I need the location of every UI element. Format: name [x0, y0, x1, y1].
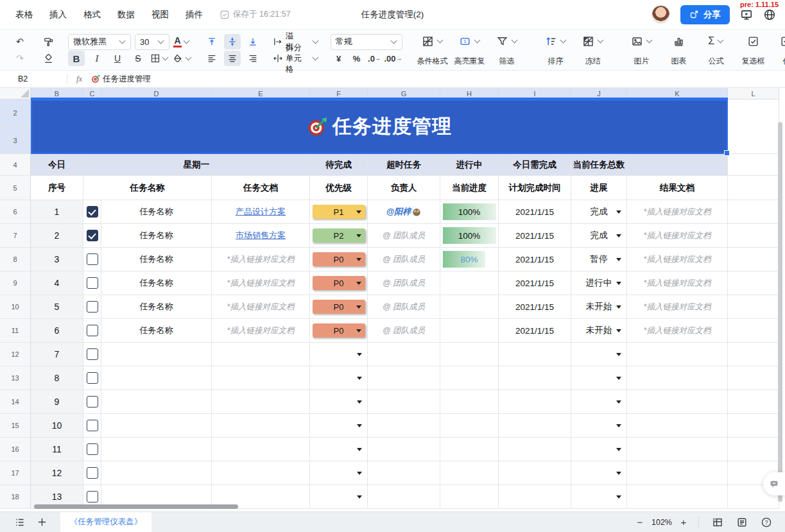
highlight-duplicates-button[interactable]: 1 高亮重复: [451, 31, 488, 69]
row-checkbox[interactable]: [87, 277, 98, 289]
font-size-select[interactable]: 30: [135, 34, 169, 50]
summary-today[interactable]: 今日: [31, 154, 83, 176]
row-header-7[interactable]: 7: [0, 224, 31, 248]
serial-cell[interactable]: 6: [31, 319, 83, 343]
dropdown-arrow-icon[interactable]: [357, 400, 362, 404]
borders-button[interactable]: [150, 51, 169, 66]
sheet-list-button[interactable]: [9, 512, 31, 532]
vertical-align-bottom-button[interactable]: [245, 34, 261, 49]
redo-button[interactable]: ↷: [12, 51, 28, 66]
owner-cell[interactable]: [368, 438, 440, 461]
plan-date-cell[interactable]: 2021/1/15: [499, 224, 571, 248]
task-doc-cell[interactable]: [212, 390, 310, 414]
dropdown-arrow-icon[interactable]: [357, 448, 362, 451]
row-checkbox[interactable]: [87, 491, 98, 502]
horizontal-scrollbar[interactable]: [34, 504, 238, 509]
priority-cell[interactable]: [310, 438, 368, 461]
progress-cell[interactable]: [440, 366, 499, 390]
progress-cell[interactable]: [440, 414, 499, 438]
dropdown-arrow-icon[interactable]: [357, 495, 362, 499]
result-doc-cell[interactable]: *插入链接对应文档: [627, 319, 728, 343]
conditional-format-button[interactable]: 条件格式: [414, 31, 451, 69]
progress-cell[interactable]: 100%: [440, 200, 499, 224]
serial-cell[interactable]: 4: [31, 271, 83, 295]
summary-todo[interactable]: 待完成: [310, 154, 368, 176]
italic-button[interactable]: I: [89, 51, 105, 66]
checkbox-cell[interactable]: [83, 438, 101, 461]
header-owner[interactable]: 负责人: [368, 176, 440, 200]
dropdown-arrow-icon[interactable]: [616, 305, 621, 309]
dropdown-arrow-icon[interactable]: [356, 234, 361, 237]
row-header-5[interactable]: 5: [0, 176, 31, 200]
owner-cell[interactable]: @ 团队成员: [368, 248, 440, 271]
task-button[interactable]: 任务: [772, 31, 785, 69]
status-cell[interactable]: 完成: [571, 200, 627, 224]
progress-cell[interactable]: [440, 271, 499, 295]
cell-L[interactable]: [728, 343, 779, 366]
serial-cell[interactable]: 2: [31, 224, 83, 248]
freeze-pane-view-button[interactable]: [707, 512, 729, 532]
serial-cell[interactable]: 9: [31, 390, 83, 414]
row-checkbox[interactable]: [87, 230, 98, 241]
header-serial[interactable]: 序号: [31, 176, 83, 200]
progress-cell[interactable]: [440, 343, 499, 366]
row-header-15[interactable]: 15: [0, 414, 31, 438]
result-doc-cell[interactable]: [627, 366, 728, 390]
vertical-align-middle-button[interactable]: [224, 34, 241, 49]
header-plan_date[interactable]: 计划完成时间: [499, 176, 571, 200]
checkbox-cell[interactable]: [83, 366, 101, 390]
priority-cell[interactable]: P0: [310, 248, 368, 271]
align-left-button[interactable]: [203, 51, 220, 66]
status-cell[interactable]: 进行中: [571, 271, 627, 295]
row-checkbox[interactable]: [87, 348, 98, 360]
result-doc-cell[interactable]: [627, 390, 728, 414]
row-header-11[interactable]: 11: [0, 319, 31, 343]
menu-table[interactable]: 表格: [15, 9, 33, 21]
task-doc-cell[interactable]: [212, 461, 310, 485]
row-header-3[interactable]: 3: [0, 127, 31, 154]
owner-cell[interactable]: @ 团队成员: [368, 319, 440, 343]
result-doc-cell[interactable]: [627, 414, 728, 438]
dropdown-arrow-icon[interactable]: [356, 210, 361, 214]
zoom-level[interactable]: 102%: [650, 518, 674, 527]
plan-date-cell[interactable]: [499, 485, 571, 509]
task-name-cell[interactable]: 任务名称: [101, 295, 212, 319]
summary-weekday[interactable]: 星期一: [83, 154, 310, 176]
cell-L[interactable]: [728, 271, 779, 295]
serial-cell[interactable]: 1: [31, 200, 83, 224]
result-doc-cell[interactable]: [627, 461, 728, 485]
status-cell[interactable]: 未开始: [571, 319, 627, 343]
formula-button[interactable]: Σ 公式: [698, 31, 735, 69]
result-doc-cell[interactable]: *插入链接对应文档: [627, 200, 728, 224]
dropdown-arrow-icon[interactable]: [616, 472, 621, 475]
plan-date-cell[interactable]: [499, 366, 571, 390]
row-header-14[interactable]: 14: [0, 390, 31, 414]
row-header-10[interactable]: 10: [0, 295, 31, 319]
number-format-select[interactable]: 常规: [331, 34, 402, 50]
align-right-button[interactable]: [245, 51, 261, 66]
user-avatar[interactable]: [651, 5, 670, 24]
task-doc-cell[interactable]: [212, 438, 310, 461]
menu-format[interactable]: 格式: [83, 9, 101, 21]
task-doc-cell[interactable]: 产品设计方案: [212, 200, 310, 224]
task-doc-cell[interactable]: [212, 343, 310, 366]
dropdown-arrow-icon[interactable]: [357, 424, 362, 427]
task-doc-cell[interactable]: *插入链接对应文档: [212, 295, 310, 319]
title-banner[interactable]: 任务进度管理: [31, 99, 728, 154]
owner-cell[interactable]: [368, 343, 440, 366]
bold-button[interactable]: B: [68, 51, 85, 66]
status-cell[interactable]: [571, 438, 627, 461]
checkbox-cell[interactable]: [83, 200, 101, 224]
serial-cell[interactable]: 12: [31, 461, 83, 485]
task-doc-cell[interactable]: *插入链接对应文档: [212, 248, 310, 271]
checkbox-cell[interactable]: [83, 319, 101, 343]
summary-in_progress[interactable]: 进行中: [440, 154, 499, 176]
font-color-button[interactable]: A: [173, 34, 190, 49]
freeze-button[interactable]: 冻结: [574, 31, 612, 69]
priority-badge[interactable]: P0: [313, 276, 365, 290]
header-priority[interactable]: 优先级: [310, 176, 368, 200]
plan-date-cell[interactable]: 2021/1/15: [499, 248, 571, 271]
progress-cell[interactable]: 100%: [440, 224, 499, 248]
cell-L[interactable]: [728, 295, 779, 319]
cell-L[interactable]: [728, 224, 779, 248]
